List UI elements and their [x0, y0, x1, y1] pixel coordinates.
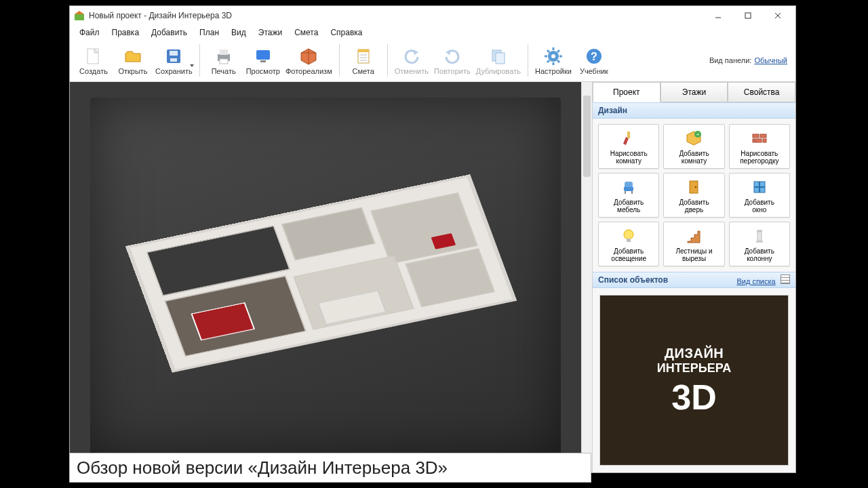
window-title: Новый проект - Дизайн Интерьера 3D	[89, 11, 232, 20]
video-caption: Обзор новой версии «Дизайн Интерьера 3D»	[69, 453, 591, 483]
svg-marker-1	[75, 11, 84, 14]
side-panel: Проект Этажи Свойства Дизайн Нарисовать …	[592, 82, 795, 472]
chair-icon	[619, 178, 638, 197]
brush-icon	[619, 129, 638, 148]
svg-rect-12	[220, 49, 228, 55]
new-file-icon	[83, 45, 104, 67]
svg-line-37	[557, 50, 559, 52]
svg-rect-9	[170, 51, 178, 56]
svg-rect-10	[170, 58, 177, 62]
maximize-button[interactable]	[733, 6, 763, 25]
menu-floors[interactable]: Этажи	[253, 26, 288, 39]
svg-rect-40	[627, 131, 630, 138]
menu-help[interactable]: Справка	[325, 26, 368, 39]
cell-add-door[interactable]: Добавить дверь	[663, 173, 724, 218]
tab-floors[interactable]: Этажи	[660, 82, 728, 102]
svg-line-36	[547, 60, 549, 62]
menu-view[interactable]: Вид	[226, 26, 252, 39]
menu-file[interactable]: Файл	[74, 26, 105, 39]
cell-add-furniture[interactable]: Добавить мебель	[598, 173, 659, 218]
render-canvas	[90, 98, 561, 457]
redo-icon	[441, 45, 463, 67]
folder-open-icon	[122, 45, 144, 67]
redo-button[interactable]: Повторить	[431, 41, 473, 79]
column-icon	[750, 226, 769, 245]
svg-text:?: ?	[591, 51, 597, 62]
preview-button[interactable]: Просмотр	[243, 41, 283, 79]
menu-add[interactable]: Добавить	[146, 26, 193, 39]
duplicate-icon	[488, 45, 509, 67]
side-tabs: Проект Этажи Свойства	[593, 82, 795, 102]
settings-button[interactable]: Настройки	[532, 41, 574, 79]
undo-icon	[401, 45, 422, 67]
svg-rect-62	[756, 241, 763, 243]
monitor-icon	[252, 45, 274, 67]
panel-mode: Вид панели: Обычный	[709, 56, 791, 64]
svg-rect-0	[75, 14, 84, 20]
menu-edit[interactable]: Правка	[106, 26, 145, 39]
save-icon	[163, 45, 184, 67]
app-window: Новый проект - Дизайн Интерьера 3D Файл …	[69, 5, 796, 473]
cell-add-window[interactable]: Добавить окно	[729, 173, 790, 218]
tab-properties[interactable]: Свойства	[728, 82, 795, 102]
svg-marker-25	[446, 49, 451, 55]
object-list-header: Список объектов Вид списка	[593, 272, 795, 288]
tab-project[interactable]: Проект	[593, 82, 660, 102]
content-area: Проект Этажи Свойства Дизайн Нарисовать …	[70, 82, 795, 472]
open-button[interactable]: Открыть	[113, 41, 153, 79]
svg-rect-46	[755, 139, 762, 142]
svg-rect-45	[760, 134, 766, 138]
cell-draw-room[interactable]: Нарисовать комнату	[598, 124, 659, 169]
toolbar: Создать Открыть Сохранить Печать Просмот…	[70, 40, 795, 82]
stairs-icon	[684, 226, 703, 245]
wall-icon	[750, 129, 769, 148]
svg-rect-27	[496, 53, 505, 64]
cell-draw-wall[interactable]: Нарисовать перегородку	[729, 124, 790, 169]
promo-banner: ДИЗАЙН ИНТЕРЬЕРА 3D	[599, 295, 789, 466]
cell-add-light[interactable]: Добавить освещение	[598, 222, 659, 266]
duplicate-button[interactable]: Дублировать	[473, 41, 524, 79]
viewport-3d[interactable]	[70, 82, 581, 472]
svg-line-35	[557, 60, 559, 62]
svg-rect-50	[625, 182, 633, 187]
svg-line-34	[547, 50, 549, 52]
create-button[interactable]: Создать	[74, 41, 113, 79]
save-button[interactable]: Сохранить	[153, 41, 195, 79]
list-view-link[interactable]: Вид списка	[736, 277, 775, 285]
svg-rect-49	[624, 186, 633, 191]
svg-text:+: +	[696, 131, 700, 138]
svg-rect-52	[631, 191, 633, 194]
svg-point-58	[624, 230, 633, 239]
svg-rect-15	[260, 60, 266, 62]
svg-rect-47	[753, 139, 755, 142]
undo-button[interactable]: Отменить	[392, 41, 431, 79]
svg-rect-51	[625, 191, 626, 194]
printer-icon	[213, 45, 235, 67]
close-button[interactable]	[763, 6, 793, 25]
viewport-scrollbar[interactable]	[581, 82, 592, 472]
gear-icon	[542, 45, 564, 67]
svg-rect-13	[220, 59, 228, 64]
title-bar: Новый проект - Дизайн Интерьера 3D	[70, 6, 795, 25]
bulb-icon	[619, 226, 638, 245]
photoreal-button[interactable]: Фотореализм	[283, 41, 335, 79]
svg-rect-3	[745, 13, 751, 18]
menu-estimate[interactable]: Смета	[289, 26, 323, 39]
cell-stairs[interactable]: Лестницы и вырезы	[663, 222, 724, 266]
design-grid: Нарисовать комнату + Добавить комнату На…	[593, 119, 795, 272]
help-icon: ?	[583, 45, 605, 67]
list-mode-icon[interactable]	[781, 274, 790, 284]
notepad-icon	[353, 45, 374, 67]
chevron-down-icon[interactable]	[190, 64, 194, 67]
svg-rect-59	[627, 239, 631, 242]
helpbook-button[interactable]: ? Учебник	[574, 41, 614, 79]
print-button[interactable]: Печать	[204, 41, 243, 79]
svg-point-29	[551, 54, 555, 58]
cell-add-room[interactable]: + Добавить комнату	[663, 124, 724, 169]
estimate-button[interactable]: Смета	[344, 41, 383, 79]
svg-rect-61	[757, 232, 762, 241]
menu-plan[interactable]: План	[194, 26, 224, 39]
panel-mode-link[interactable]: Обычный	[754, 56, 787, 64]
cell-add-column[interactable]: Добавить колонну	[729, 222, 790, 266]
minimize-button[interactable]	[703, 6, 733, 25]
